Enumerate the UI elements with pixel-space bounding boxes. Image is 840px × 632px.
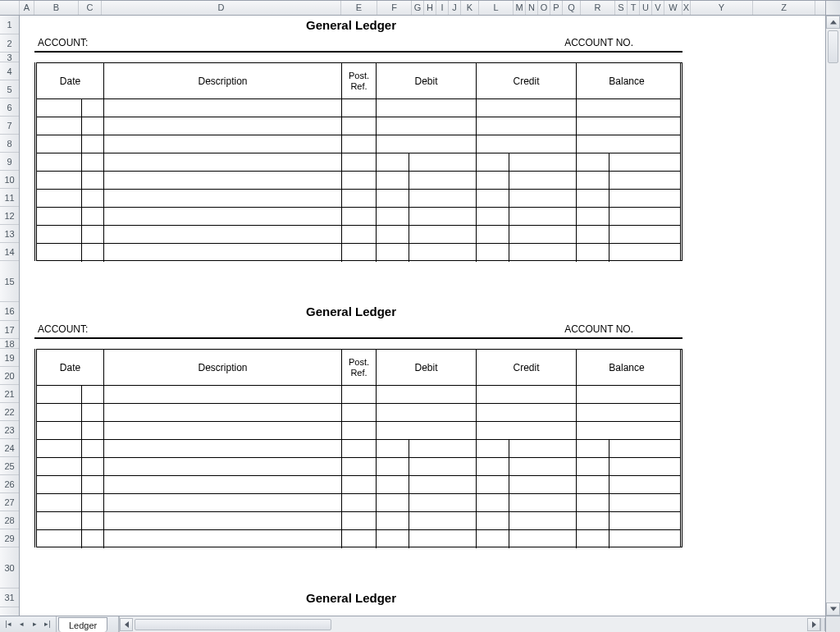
- row-header-24[interactable]: 24: [0, 439, 19, 457]
- ledger-cell-credit[interactable]: [477, 494, 577, 511]
- ledger-cell-description[interactable]: [104, 190, 342, 207]
- ledger-cell-date-b[interactable]: [82, 512, 104, 529]
- ledger-cell-postref[interactable]: [342, 404, 377, 421]
- row-header-11[interactable]: 11: [0, 189, 19, 207]
- ledger-cell-description[interactable]: [104, 172, 342, 189]
- ledger-cell-credit[interactable]: [477, 422, 577, 439]
- ledger-cell-debit[interactable]: [377, 226, 477, 243]
- ledger-cell-date-a[interactable]: [37, 530, 82, 548]
- ledger-cell-balance[interactable]: [577, 476, 677, 493]
- row-header-19[interactable]: 19: [0, 349, 19, 367]
- vscroll-thumb[interactable]: [828, 30, 838, 63]
- ledger-cell-debit[interactable]: [377, 153, 477, 171]
- ledger-cell-date-b[interactable]: [82, 404, 104, 421]
- ledger-cell-description[interactable]: [104, 208, 342, 225]
- row-header-27[interactable]: 27: [0, 493, 19, 511]
- ledger-cell-postref[interactable]: [342, 458, 377, 475]
- ledger-cell-date-a[interactable]: [37, 135, 82, 153]
- column-header-V[interactable]: V: [652, 1, 664, 15]
- ledger-cell-debit[interactable]: [377, 117, 477, 135]
- ledger-cell-description[interactable]: [104, 404, 342, 421]
- ledger-cell-postref[interactable]: [342, 512, 377, 529]
- row-header-23[interactable]: 23: [0, 421, 19, 439]
- ledger-cell-balance[interactable]: [577, 512, 677, 529]
- ledger-cell-postref[interactable]: [342, 117, 377, 135]
- ledger-body-row[interactable]: [37, 172, 680, 190]
- ledger-cell-date-b[interactable]: [82, 117, 104, 135]
- column-header-C[interactable]: C: [79, 1, 102, 15]
- ledger-body-row[interactable]: [37, 404, 680, 422]
- vertical-scrollbar[interactable]: [825, 16, 840, 616]
- ledger-cell-credit[interactable]: [477, 226, 577, 243]
- row-header-10[interactable]: 10: [0, 171, 19, 189]
- ledger-body-row[interactable]: [37, 190, 680, 208]
- column-header-G[interactable]: G: [412, 1, 424, 15]
- ledger-cell-date-b[interactable]: [82, 190, 104, 207]
- ledger-cell-balance[interactable]: [577, 172, 677, 189]
- ledger-cell-credit[interactable]: [477, 117, 577, 135]
- row-header-14[interactable]: 14: [0, 243, 19, 261]
- ledger-cell-date-b[interactable]: [82, 422, 104, 439]
- row-header-4[interactable]: 4: [0, 62, 19, 80]
- ledger-cell-postref[interactable]: [342, 172, 377, 189]
- cells-area[interactable]: General LedgerACCOUNT:ACCOUNT NO.DateDes…: [20, 16, 825, 616]
- ledger-cell-postref[interactable]: [342, 440, 377, 457]
- ledger-cell-balance[interactable]: [577, 117, 677, 135]
- ledger-cell-debit[interactable]: [377, 386, 477, 403]
- ledger-cell-balance[interactable]: [577, 530, 677, 548]
- scroll-right-button[interactable]: [807, 618, 820, 631]
- ledger-cell-description[interactable]: [104, 386, 342, 403]
- row-header-28[interactable]: 28: [0, 511, 19, 529]
- ledger-body-row[interactable]: [37, 440, 680, 458]
- column-header-X[interactable]: X: [682, 1, 691, 15]
- ledger-cell-description[interactable]: [104, 99, 342, 117]
- ledger-cell-balance[interactable]: [577, 244, 677, 262]
- ledger-cell-date-b[interactable]: [82, 172, 104, 189]
- ledger-cell-debit[interactable]: [377, 99, 477, 117]
- ledger-cell-date-b[interactable]: [82, 226, 104, 243]
- ledger-cell-date-b[interactable]: [82, 530, 104, 548]
- scroll-left-button[interactable]: [120, 618, 133, 631]
- ledger-cell-date-a[interactable]: [37, 512, 82, 529]
- ledger-cell-credit[interactable]: [477, 135, 577, 153]
- column-header-N[interactable]: N: [526, 1, 538, 15]
- ledger-cell-postref[interactable]: [342, 135, 377, 153]
- row-header-31[interactable]: 31: [0, 588, 19, 607]
- row-header-13[interactable]: 13: [0, 225, 19, 243]
- ledger-body-row[interactable]: [37, 386, 680, 404]
- column-header-B[interactable]: B: [34, 1, 79, 15]
- row-header-2[interactable]: 2: [0, 34, 19, 53]
- hscroll-thumb[interactable]: [135, 619, 331, 630]
- ledger-cell-debit[interactable]: [377, 530, 477, 548]
- ledger-body-row[interactable]: [37, 99, 680, 117]
- ledger-cell-date-a[interactable]: [37, 422, 82, 439]
- ledger-cell-postref[interactable]: [342, 226, 377, 243]
- ledger-cell-debit[interactable]: [377, 244, 477, 262]
- ledger-cell-credit[interactable]: [477, 172, 577, 189]
- ledger-cell-balance[interactable]: [577, 153, 677, 171]
- ledger-cell-date-a[interactable]: [37, 386, 82, 403]
- ledger-cell-postref[interactable]: [342, 153, 377, 171]
- column-header-F[interactable]: F: [377, 1, 412, 15]
- ledger-body-row[interactable]: [37, 226, 680, 244]
- hscroll-split-handle[interactable]: [820, 618, 825, 631]
- row-header-30[interactable]: 30: [0, 547, 19, 588]
- ledger-cell-postref[interactable]: [342, 208, 377, 225]
- ledger-body-row[interactable]: [37, 135, 680, 153]
- ledger-cell-description[interactable]: [104, 244, 342, 262]
- ledger-cell-date-a[interactable]: [37, 440, 82, 457]
- column-header-S[interactable]: S: [615, 1, 628, 15]
- row-header-25[interactable]: 25: [0, 457, 19, 475]
- column-header-I[interactable]: I: [436, 1, 449, 15]
- ledger-cell-balance[interactable]: [577, 440, 677, 457]
- ledger-cell-debit[interactable]: [377, 208, 477, 225]
- ledger-cell-credit[interactable]: [477, 440, 577, 457]
- row-header-8[interactable]: 8: [0, 135, 19, 153]
- ledger-cell-balance[interactable]: [577, 422, 677, 439]
- ledger-cell-postref[interactable]: [342, 530, 377, 548]
- ledger-cell-description[interactable]: [104, 117, 342, 135]
- ledger-cell-debit[interactable]: [377, 190, 477, 207]
- column-header-Q[interactable]: Q: [563, 1, 581, 15]
- ledger-body-row[interactable]: [37, 422, 680, 440]
- column-header-L[interactable]: L: [479, 1, 514, 15]
